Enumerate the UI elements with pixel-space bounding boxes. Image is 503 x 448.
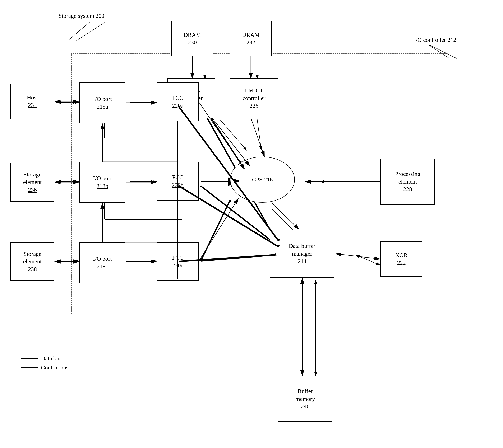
io-port-218c: I/O port 218c — [80, 242, 125, 283]
io-port-218b: I/O port 218b — [80, 162, 125, 203]
fcc-220b: FCC 220b — [157, 162, 199, 201]
io-port-218a: I/O port 218a — [80, 82, 125, 123]
data-bus-label: Data bus — [41, 355, 62, 362]
control-bus-line — [21, 367, 38, 368]
diagram: Storage system 200 I/O controller 212 DR… — [0, 0, 503, 448]
fcc-220a: FCC 220a — [157, 82, 199, 121]
dram-230: DRAM 230 — [171, 21, 213, 56]
data-bus-line — [21, 358, 38, 359]
legend: Data bus Control bus — [21, 355, 68, 373]
svg-line-4 — [69, 22, 90, 40]
processing-element-228: Processingelement 228 — [381, 159, 435, 205]
lmct-controller-226: LM-CTcontroller 226 — [230, 78, 278, 118]
storage-system-annotation: Storage system 200 — [59, 13, 104, 19]
cps-216: CPS 216 — [230, 157, 295, 203]
io-controller-annotation: I/O controller 212 — [414, 36, 456, 43]
fcc-220c: FCC 220c — [157, 242, 199, 281]
storage-element-238: Storageelement 238 — [10, 242, 54, 281]
control-bus-label: Control bus — [41, 364, 68, 371]
svg-line-64 — [76, 23, 104, 41]
buffer-memory-240: Buffermemory 240 — [278, 376, 332, 422]
storage-element-236: Storageelement 236 — [10, 163, 54, 202]
data-buffer-manager-214: Data buffermanager 214 — [270, 230, 335, 278]
dram-232: DRAM 232 — [230, 21, 272, 56]
host-234: Host 234 — [10, 83, 54, 119]
xor-222: XOR 222 — [381, 241, 422, 277]
